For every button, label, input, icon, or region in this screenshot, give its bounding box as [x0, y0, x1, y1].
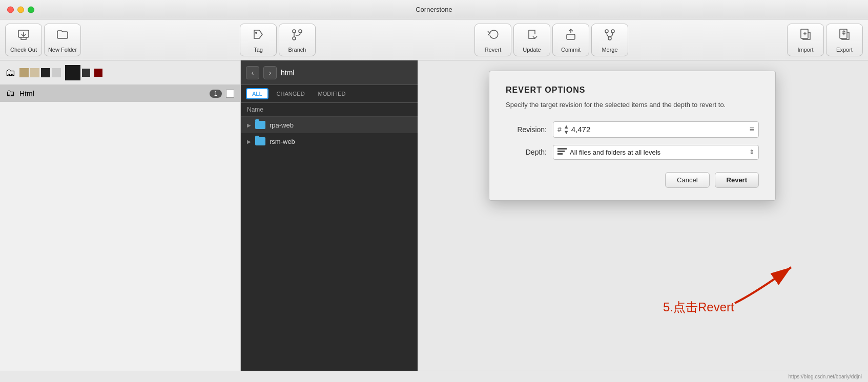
tag-label: Tag	[254, 47, 263, 53]
html-folder-icon: 🗂	[6, 88, 15, 99]
color-swatches-2	[65, 65, 90, 80]
commit-label: Commit	[561, 47, 581, 53]
swatch-dark1	[41, 68, 50, 77]
titlebar: Cornerstone	[0, 0, 868, 19]
new-folder-button[interactable]: New Folder	[44, 24, 81, 56]
depth-row: Depth: All files and folders at all leve…	[506, 145, 759, 160]
tab-all[interactable]: ALL	[246, 88, 268, 99]
update-button[interactable]: Update	[513, 24, 550, 56]
file-list: ▶ rpa-web ▶ rsm-web	[241, 117, 418, 382]
revert-options-modal: REVERT OPTIONS Specify the target revisi…	[489, 71, 776, 201]
list-item[interactable]: ▶ rsm-web	[241, 133, 418, 150]
tag-icon	[251, 27, 265, 45]
depth-select[interactable]: All files and folders at all levels ⇕	[553, 145, 759, 160]
depth-value: All files and folders at all levels	[570, 148, 746, 156]
commit-button[interactable]: Commit	[552, 24, 589, 56]
minimize-button[interactable]	[17, 6, 24, 13]
checkout-label: Check Out	[10, 47, 37, 53]
export-icon	[837, 27, 852, 45]
svg-point-4	[293, 37, 296, 40]
modal-buttons: Cancel Revert	[506, 172, 759, 188]
expand-icon: ▶	[247, 122, 251, 128]
checkout-button[interactable]: Check Out	[5, 24, 42, 56]
annotation-container: 5.点击Revert	[714, 252, 817, 315]
svg-point-6	[605, 30, 608, 33]
bottom-bar: https://blog.csdn.net/boariy/ddjni	[0, 371, 868, 382]
revision-row: Revision: # ▲▼ 4,472 ≡	[506, 121, 759, 138]
sidebar: 🗂 🗂 Html 1	[0, 60, 241, 382]
file-name: rpa-web	[270, 121, 294, 129]
folder-icon	[255, 137, 265, 145]
svg-point-8	[608, 37, 611, 40]
main-area: 🗂 🗂 Html 1 ‹ › html	[0, 60, 868, 382]
sidebar-toolbar: 🗂	[0, 60, 240, 85]
list-item[interactable]: ▶ rpa-web	[241, 117, 418, 133]
traffic-lights	[7, 6, 34, 13]
maximize-button[interactable]	[28, 6, 34, 13]
sidebar-item-html[interactable]: 🗂 Html 1	[0, 85, 240, 102]
merge-button[interactable]: Merge	[591, 24, 628, 56]
import-label: Import	[797, 47, 813, 53]
file-tabs: ALL CHANGED MODIFIED	[241, 85, 418, 103]
update-icon	[525, 27, 539, 45]
swatch-tan	[19, 68, 29, 77]
annotation-text: 5.点击Revert	[663, 299, 734, 315]
cancel-button[interactable]: Cancel	[665, 172, 709, 188]
svg-rect-12	[557, 151, 565, 152]
revert-button[interactable]: Revert	[474, 24, 511, 56]
close-button[interactable]	[7, 6, 14, 13]
import-button[interactable]: Import	[787, 24, 824, 56]
branch-label: Branch	[288, 47, 306, 53]
toolbar-left-group: Check Out New Folder	[5, 24, 81, 56]
depth-stepper-icon[interactable]: ⇕	[749, 148, 754, 156]
update-label: Update	[523, 47, 541, 53]
swatch-light-tan	[30, 68, 39, 77]
commit-icon	[564, 27, 578, 45]
swatch-black	[65, 65, 80, 80]
sidebar-icon: 🗂	[5, 67, 15, 78]
file-col-header: Name	[241, 103, 418, 117]
svg-rect-11	[557, 148, 567, 150]
revision-value: 4,472	[571, 125, 748, 134]
revert-button[interactable]: Revert	[715, 172, 759, 188]
toolbar-right-group: Revert Update Commit	[474, 24, 628, 56]
merge-label: Merge	[602, 47, 617, 53]
modal-title: REVERT OPTIONS	[506, 86, 759, 95]
back-button[interactable]: ‹	[246, 66, 259, 79]
depth-label: Depth:	[506, 148, 547, 156]
tab-modified[interactable]: MODIFIED	[313, 89, 351, 98]
tag-button[interactable]: Tag	[240, 24, 277, 56]
branch-icon	[290, 27, 304, 45]
swatch-gray	[52, 68, 61, 77]
folder-icon	[255, 121, 265, 129]
color-swatches	[19, 68, 61, 77]
new-folder-label: New Folder	[48, 47, 77, 53]
checkout-icon	[16, 27, 31, 45]
swatch-darkgray	[82, 69, 90, 77]
file-name: rsm-web	[270, 138, 295, 145]
expand-icon: ▶	[247, 139, 251, 144]
hash-icon: #	[557, 125, 562, 134]
branch-button[interactable]: Branch	[279, 24, 316, 56]
export-label: Export	[836, 47, 853, 53]
sidebar-checkbox[interactable]	[226, 90, 234, 98]
svg-point-1	[255, 32, 257, 34]
sidebar-item-label: Html	[19, 90, 205, 98]
revert-icon	[486, 27, 500, 45]
revision-label: Revision:	[506, 125, 547, 134]
tab-changed[interactable]: CHANGED	[272, 89, 310, 98]
toolbar: Check Out New Folder Tag	[0, 19, 868, 60]
revision-menu-icon[interactable]: ≡	[750, 125, 754, 134]
svg-rect-5	[567, 34, 575, 39]
file-panel: ‹ › html ALL CHANGED MODIFIED Name ▶ rpa…	[241, 60, 418, 382]
revision-chevrons[interactable]: ▲▼	[564, 124, 569, 135]
export-button[interactable]: Export	[826, 24, 863, 56]
revision-input-wrapper[interactable]: # ▲▼ 4,472 ≡	[553, 121, 759, 138]
svg-rect-13	[557, 153, 563, 155]
import-icon	[798, 27, 813, 45]
depth-icon	[557, 148, 567, 157]
svg-point-3	[299, 30, 302, 33]
window-title: Cornerstone	[416, 6, 452, 13]
forward-button[interactable]: ›	[263, 66, 277, 79]
content-area: REVERT OPTIONS Specify the target revisi…	[418, 60, 868, 382]
